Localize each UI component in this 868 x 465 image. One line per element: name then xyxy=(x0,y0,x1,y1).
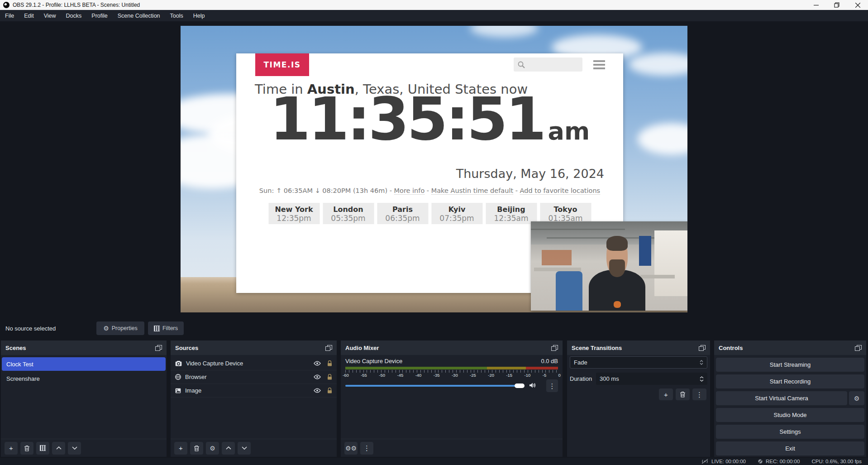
meter-tick-label: -20 xyxy=(488,373,494,378)
scene-item-screenshare[interactable]: Screenshare xyxy=(2,372,166,385)
add-scene-button[interactable]: + xyxy=(5,442,18,455)
timeis-search-input[interactable] xyxy=(514,58,582,72)
add-source-button[interactable]: + xyxy=(174,442,187,455)
menu-view[interactable]: View xyxy=(39,10,61,21)
filters-button[interactable]: Filters xyxy=(148,321,184,335)
select-arrows-icon xyxy=(700,360,703,365)
source-row-video-capture[interactable]: Video Capture Device xyxy=(171,357,337,370)
city-card-london[interactable]: London05:35pm xyxy=(323,203,374,224)
speaker-icon[interactable] xyxy=(529,382,536,388)
city-card-new-york[interactable]: New York12:35pm xyxy=(268,203,320,224)
lock-icon[interactable] xyxy=(327,388,332,393)
menu-bar: File Edit View Docks Profile Scene Colle… xyxy=(0,10,868,21)
add-favorite-link[interactable]: Add to favorite locations xyxy=(520,187,601,195)
advanced-audio-properties-button[interactable]: ⚙⚙︎ xyxy=(344,442,358,455)
volume-slider-handle[interactable] xyxy=(515,384,525,388)
move-source-down-button[interactable] xyxy=(238,442,251,455)
menu-file[interactable]: File xyxy=(0,10,19,21)
timeis-date: Thursday, May 16, 2024 xyxy=(456,167,604,181)
audio-mixer-panel: Audio Mixer Video Capture Device 0.0 dB … xyxy=(341,340,563,457)
visibility-eye-icon[interactable] xyxy=(314,374,321,379)
source-row-image[interactable]: Image xyxy=(171,384,337,398)
city-time: 06:35pm xyxy=(377,214,428,223)
settings-button[interactable]: Settings xyxy=(716,425,864,439)
popout-dock-icon[interactable] xyxy=(699,345,706,351)
city-card-beijing[interactable]: Beijing12:35am xyxy=(486,203,537,224)
properties-button[interactable]: ⚙ Properties xyxy=(96,321,144,335)
menu-help[interactable]: Help xyxy=(188,10,210,21)
duration-spinbox[interactable]: 300 ms xyxy=(596,373,707,385)
menu-edit[interactable]: Edit xyxy=(19,10,39,21)
mixer-menu-button[interactable]: ⋮ xyxy=(360,442,373,455)
restore-button[interactable] xyxy=(826,0,847,10)
close-button[interactable] xyxy=(847,0,868,10)
scene-item-clock-test[interactable]: Clock Test xyxy=(2,357,166,371)
timeis-clock: 11:35:51am xyxy=(236,90,623,149)
city-card-kyiv[interactable]: Kyiv07:35pm xyxy=(431,203,482,224)
audio-mixer-panel-header[interactable]: Audio Mixer xyxy=(341,340,563,355)
make-default-link[interactable]: Make Austin time default xyxy=(431,187,513,195)
trash-icon xyxy=(194,445,200,451)
lock-icon[interactable] xyxy=(327,360,332,366)
globe-icon xyxy=(175,374,181,380)
chevron-down-icon xyxy=(242,446,247,450)
city-name: Kyiv xyxy=(431,205,482,214)
menu-tools[interactable]: Tools xyxy=(165,10,188,21)
move-scene-down-button[interactable] xyxy=(68,442,81,455)
remove-source-button[interactable] xyxy=(190,442,203,455)
search-icon xyxy=(517,61,525,69)
popout-dock-icon[interactable] xyxy=(551,345,558,351)
scene-transitions-panel-header[interactable]: Scene Transitions xyxy=(567,340,710,355)
volume-slider[interactable] xyxy=(345,385,523,387)
cpu-fps-status: CPU: 0.6%, 30.00 fps xyxy=(811,459,862,464)
mixer-track-menu-button[interactable]: ⋮ xyxy=(546,379,558,392)
trash-icon xyxy=(680,391,686,398)
controls-panel-header[interactable]: Controls xyxy=(714,340,866,355)
lock-icon[interactable] xyxy=(327,374,332,380)
chevron-up-icon xyxy=(226,446,231,450)
remove-transition-button[interactable] xyxy=(676,388,690,400)
city-card-tokyo[interactable]: Tokyo01:35am xyxy=(540,203,591,224)
add-transition-button[interactable]: + xyxy=(659,388,673,400)
city-card-paris[interactable]: Paris06:35pm xyxy=(377,203,428,224)
sources-panel-header[interactable]: Sources xyxy=(171,340,337,355)
virtual-camera-settings-button[interactable]: ⚙ xyxy=(849,391,864,405)
popout-dock-icon[interactable] xyxy=(855,345,862,351)
exit-button[interactable]: Exit xyxy=(716,441,864,455)
cloud-shape xyxy=(629,53,687,76)
visibility-eye-icon[interactable] xyxy=(314,388,321,393)
webcam-window xyxy=(654,230,687,297)
menu-profile[interactable]: Profile xyxy=(86,10,112,21)
source-row-browser[interactable]: Browser xyxy=(171,370,337,384)
hamburger-menu-icon[interactable] xyxy=(593,60,605,69)
studio-mode-button[interactable]: Studio Mode xyxy=(716,408,864,422)
meter-tick-label: -50 xyxy=(379,373,385,378)
visibility-eye-icon[interactable] xyxy=(314,361,321,366)
source-properties-button[interactable]: ⚙ xyxy=(206,442,219,455)
move-scene-up-button[interactable] xyxy=(52,442,65,455)
webcam-overlay[interactable] xyxy=(531,221,687,311)
minimize-button[interactable] xyxy=(806,0,826,10)
chevron-up-icon xyxy=(56,446,62,450)
popout-dock-icon[interactable] xyxy=(155,345,162,351)
preview-canvas[interactable]: TIME.IS Time in Austin, Texas, United St… xyxy=(181,26,687,312)
start-streaming-button[interactable]: Start Streaming xyxy=(716,358,864,372)
title-bar[interactable]: OBS 29.1.2 - Profile: LLHLS BETA - Scene… xyxy=(0,0,868,10)
transition-select[interactable]: Fade xyxy=(570,356,707,369)
city-name: Paris xyxy=(377,205,428,214)
webcam-beam xyxy=(531,229,625,230)
menu-docks[interactable]: Docks xyxy=(61,10,87,21)
move-source-up-button[interactable] xyxy=(222,442,235,455)
transition-properties-button[interactable]: ⋮ xyxy=(692,388,706,400)
spinner-arrows-icon[interactable] xyxy=(700,376,704,382)
more-info-link[interactable]: More info xyxy=(394,187,425,195)
start-recording-button[interactable]: Start Recording xyxy=(716,374,864,388)
menu-scene-collection[interactable]: Scene Collection xyxy=(113,10,165,21)
remove-scene-button[interactable] xyxy=(20,442,33,455)
popout-dock-icon[interactable] xyxy=(325,345,332,351)
scenes-panel-header[interactable]: Scenes xyxy=(1,340,167,355)
scene-filters-button[interactable] xyxy=(36,442,49,455)
start-virtual-camera-button[interactable]: Start Virtual Camera xyxy=(716,391,847,405)
source-label: Image xyxy=(185,387,201,394)
webcam-person xyxy=(589,237,645,311)
